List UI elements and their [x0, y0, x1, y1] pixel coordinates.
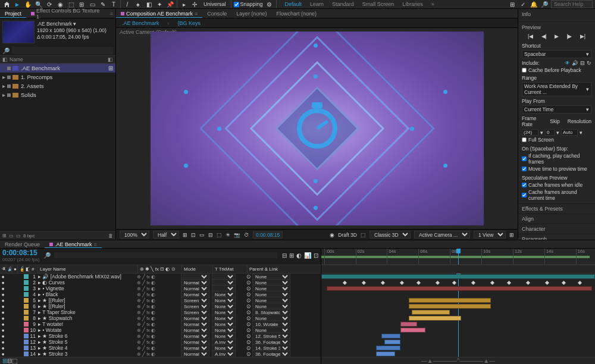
trash-icon[interactable]: 🗑	[108, 233, 113, 239]
project-item[interactable]: ▸Solids	[0, 90, 115, 99]
first-frame-icon[interactable]: |◀	[528, 33, 533, 39]
tab-layer[interactable]: Layer (none)	[231, 9, 271, 18]
project-item[interactable]: ▸1. Precomps	[0, 73, 115, 81]
workspace-standard[interactable]: Standard	[332, 1, 354, 7]
channel-icon[interactable]: ⬚	[217, 232, 222, 238]
workspace-small[interactable]: Small Screen	[362, 1, 394, 7]
panel-menu-icon[interactable]: ≡	[108, 11, 115, 17]
zoom-dropdown[interactable]: 100%	[120, 231, 149, 239]
layer-bar[interactable]	[384, 340, 401, 344]
timeline-timecode[interactable]: 0:00:08:15	[2, 249, 40, 257]
breadcrumb-precomp[interactable]: {BG Keys	[178, 20, 201, 26]
prev-frame-icon[interactable]: ◀|	[541, 33, 547, 39]
axis-mode-dropdown[interactable]: Universal	[201, 1, 228, 8]
zoom-slider[interactable]: —▲————^————▲—	[421, 357, 496, 364]
layer-bar[interactable]	[321, 274, 595, 279]
project-item[interactable]: .AE Benchmark⊞	[0, 64, 115, 73]
composition-preview[interactable]	[151, 32, 484, 225]
selection-tool-icon[interactable]: ►	[13, 0, 21, 8]
cache-before-checkbox[interactable]: Cache Before Playback	[522, 67, 591, 73]
region-icon[interactable]: ⊟	[208, 232, 213, 238]
play-icon[interactable]: ▶	[555, 33, 559, 39]
anchor-tool-icon[interactable]: ▸	[180, 0, 188, 8]
renderer-dropdown[interactable]: Classic 3D	[369, 231, 411, 239]
col-label[interactable]: ◧	[24, 265, 30, 273]
keyframe[interactable]	[381, 281, 385, 285]
col-parent[interactable]: Parent & Link	[248, 265, 321, 273]
col-lock[interactable]: 🔒	[18, 265, 24, 273]
tab-effect-controls[interactable]: Effect Controls BG Texture 1	[26, 9, 108, 18]
comp-icon[interactable]: ▭	[16, 233, 21, 239]
keyframe[interactable]	[490, 281, 494, 285]
time-icon[interactable]: ⏱	[244, 232, 249, 238]
layer-bar[interactable]	[376, 352, 395, 356]
layer-bar[interactable]	[409, 298, 491, 303]
keyframe[interactable]	[562, 281, 566, 285]
viewer-timecode[interactable]: 0:00:08:15	[253, 231, 283, 239]
next-frame-icon[interactable]: |▶	[566, 33, 572, 39]
exposure-icon[interactable]: ☀	[226, 232, 230, 238]
fullscreen-checkbox[interactable]: Full Screen	[522, 137, 591, 143]
eraser-tool-icon[interactable]: ◧	[145, 0, 153, 8]
clone-tool-icon[interactable]: ♠	[134, 0, 142, 8]
bpc-label[interactable]: 8 bpc	[23, 233, 35, 239]
hand-tool-icon[interactable]: ✋	[24, 0, 32, 8]
name-column-header[interactable]: Name	[10, 57, 23, 62]
align-panel[interactable]: Align	[518, 214, 595, 224]
search-icon[interactable]: 🔎	[2, 48, 10, 54]
roto-tool-icon[interactable]: ✦	[155, 0, 164, 8]
search-icon[interactable]: 🔎	[540, 0, 549, 8]
resolution-dropdown[interactable]: Half	[153, 231, 179, 239]
search-help-input[interactable]	[551, 0, 593, 8]
project-item[interactable]: ▸2. Assets	[0, 81, 115, 90]
camera-dropdown[interactable]: Active Camera ...	[414, 231, 470, 239]
exchange-icon[interactable]: ⊞	[508, 0, 516, 8]
snapshot-icon[interactable]: 📷	[234, 232, 240, 238]
tl-frame-blend-icon[interactable]: ⊞	[289, 252, 294, 259]
breadcrumb-comp[interactable]: .AE Benchmark	[122, 20, 159, 26]
cache-play-checkbox[interactable]: If caching, play cached frames	[522, 153, 591, 165]
workspace-libraries[interactable]: Libraries	[402, 1, 423, 7]
tag-column-icon[interactable]: ◧	[2, 57, 10, 62]
include-audio-icon[interactable]: 🔊	[572, 60, 578, 66]
keyframe[interactable]	[471, 281, 475, 285]
type-tool-icon[interactable]: T	[109, 0, 118, 8]
playhead[interactable]	[458, 249, 459, 265]
preview-panel-title[interactable]: Preview	[522, 24, 591, 30]
col-visibility[interactable]: 👁	[0, 265, 6, 273]
col-mode[interactable]: Mode	[182, 265, 213, 273]
col-trkmat[interactable]: T TrkMat	[213, 265, 248, 273]
workspace-default[interactable]: Default	[285, 1, 302, 7]
col-num[interactable]: #	[30, 265, 38, 273]
viewer-options-icon[interactable]: ⊞	[509, 232, 514, 238]
layer-bar[interactable]	[412, 310, 450, 315]
draft3d-toggle[interactable]: ◉	[330, 232, 334, 238]
layer-bar[interactable]	[376, 346, 400, 350]
tab-composition[interactable]: Composition AE Benchmark ≡	[116, 9, 202, 18]
home-icon[interactable]	[2, 0, 11, 8]
snapping-toggle[interactable]: Snapping	[234, 1, 263, 7]
tl-toggle-switches-icon[interactable]: ⊞	[2, 357, 7, 364]
tab-render-queue[interactable]: Render Queue	[0, 240, 45, 248]
layer-bar[interactable]	[381, 334, 400, 338]
puppet-tool-icon[interactable]: 📌	[166, 0, 174, 8]
framerate-input[interactable]: (24)	[522, 129, 538, 136]
tab-timeline-comp[interactable]: .AE Benchmark ≡	[45, 240, 102, 248]
tab-project[interactable]: Project	[0, 9, 26, 18]
res-input[interactable]: Auto	[561, 129, 578, 136]
col-switches[interactable]: ⊕ ✱ ╲ fx ⊡ ◐ ⊙	[138, 265, 182, 273]
keyframe[interactable]	[452, 281, 456, 285]
interpret-icon[interactable]: ⊞	[2, 233, 7, 239]
view-dropdown[interactable]: 1 View	[474, 231, 506, 239]
mask-icon[interactable]: ▭	[199, 232, 205, 238]
tl-graph-editor-icon[interactable]: 📊	[304, 252, 311, 259]
playfrom-dropdown[interactable]: Current Time▾	[522, 105, 591, 114]
review-icon[interactable]: ✓	[519, 0, 527, 8]
col-solo[interactable]: ●	[12, 265, 18, 273]
tl-draft-icon[interactable]: ⊡	[314, 252, 318, 259]
axis-tool-icon[interactable]: ✢	[190, 0, 199, 8]
gizmo-icon[interactable]: ⬚	[361, 232, 366, 238]
keyframe[interactable]	[436, 281, 440, 285]
tl-shy-icon[interactable]: ⊟	[282, 252, 287, 259]
snap-opts-icon[interactable]: ⚙	[265, 0, 274, 8]
